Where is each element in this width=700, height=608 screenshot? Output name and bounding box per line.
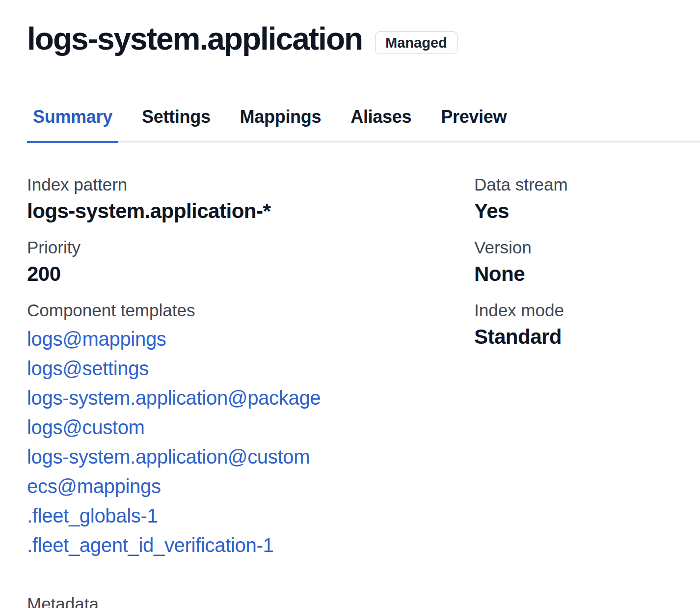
tab-mappings-label: Mappings <box>240 107 322 127</box>
priority-label: Priority <box>27 237 474 258</box>
tab-mappings[interactable]: Mappings <box>234 106 327 141</box>
summary-right-column: Data stream Yes Version None Index mode … <box>474 174 700 573</box>
tab-settings[interactable]: Settings <box>136 106 216 141</box>
index-mode-item: Index mode Standard <box>474 300 700 350</box>
component-template-link-package[interactable]: logs-system.application@package <box>27 387 321 409</box>
priority-item: Priority 200 <box>27 237 474 287</box>
managed-badge: Managed <box>375 31 458 54</box>
component-template-link-logs-mappings[interactable]: logs@mappings <box>27 328 166 350</box>
index-mode-value: Standard <box>474 324 700 350</box>
list-item: ecs@mappings <box>27 471 474 501</box>
component-template-link-fleet-agent-id-verification[interactable]: .fleet_agent_id_verification-1 <box>27 534 273 556</box>
metadata-section: Metadata <box>27 593 700 608</box>
page-header: logs-system.application Managed <box>27 20 700 58</box>
component-template-link-ecs-mappings[interactable]: ecs@mappings <box>27 475 161 497</box>
component-template-link-fleet-globals[interactable]: .fleet_globals-1 <box>27 505 158 526</box>
list-item: logs-system.application@package <box>27 383 474 413</box>
index-pattern-item: Index pattern logs-system.application-* <box>27 174 474 224</box>
component-templates-label: Component templates <box>27 300 474 321</box>
tab-settings-label: Settings <box>142 107 211 127</box>
summary-left-column: Index pattern logs-system.application-* … <box>27 174 474 573</box>
page-title: logs-system.application <box>27 20 362 58</box>
list-item: logs@settings <box>27 354 474 383</box>
component-templates-item: Component templates logs@mappings logs@s… <box>27 300 474 560</box>
tab-preview[interactable]: Preview <box>435 106 512 141</box>
list-item: logs@mappings <box>27 324 474 354</box>
component-template-link-logs-custom[interactable]: logs@custom <box>27 416 145 438</box>
data-stream-value: Yes <box>474 198 700 224</box>
index-template-details-page: logs-system.application Managed Summary … <box>0 0 700 608</box>
version-item: Version None <box>474 237 700 287</box>
index-pattern-value: logs-system.application-* <box>27 198 474 224</box>
tab-aliases-label: Aliases <box>350 107 411 127</box>
priority-value: 200 <box>27 261 474 287</box>
metadata-label: Metadata <box>27 593 700 608</box>
index-pattern-label: Index pattern <box>27 174 474 195</box>
tab-bar: Summary Settings Mappings Aliases Previe… <box>27 106 700 142</box>
data-stream-label: Data stream <box>474 174 700 195</box>
tab-preview-label: Preview <box>441 107 507 127</box>
list-item: .fleet_agent_id_verification-1 <box>27 530 474 560</box>
component-template-link-logs-settings[interactable]: logs@settings <box>27 358 149 379</box>
list-item: logs-system.application@custom <box>27 442 474 471</box>
list-item: .fleet_globals-1 <box>27 501 474 530</box>
component-template-links: logs@mappings logs@settings logs-system.… <box>27 324 474 560</box>
list-item: logs@custom <box>27 413 474 442</box>
index-mode-label: Index mode <box>474 300 700 321</box>
summary-panel: Index pattern logs-system.application-* … <box>27 174 700 573</box>
version-value: None <box>474 261 700 287</box>
data-stream-item: Data stream Yes <box>474 174 700 224</box>
tab-summary[interactable]: Summary <box>27 106 118 141</box>
active-tab-underline <box>27 141 118 143</box>
tab-summary-label: Summary <box>33 107 112 127</box>
version-label: Version <box>474 237 700 258</box>
tab-aliases[interactable]: Aliases <box>345 106 417 141</box>
component-template-link-app-custom[interactable]: logs-system.application@custom <box>27 446 310 468</box>
